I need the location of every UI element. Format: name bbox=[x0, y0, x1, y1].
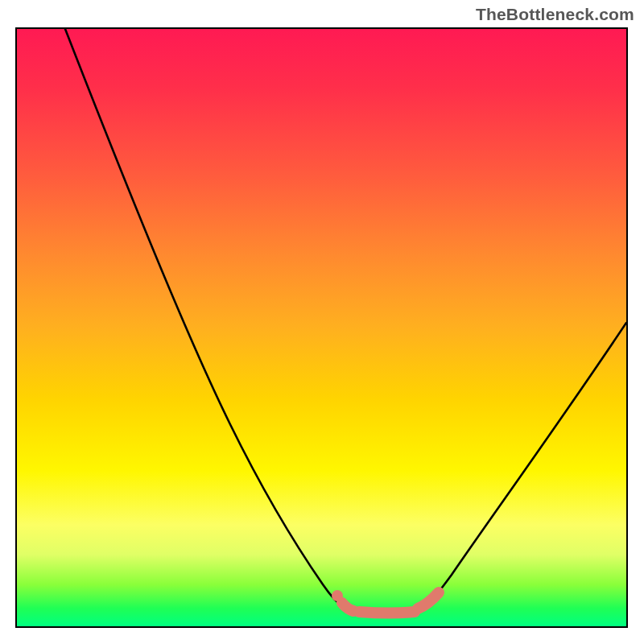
plot-area bbox=[15, 27, 628, 628]
highlight-left bbox=[342, 603, 353, 611]
highlight-right bbox=[418, 592, 439, 609]
highlight-bottom bbox=[359, 612, 415, 613]
watermark-text: TheBottleneck.com bbox=[476, 5, 634, 24]
highlight-dot bbox=[332, 590, 343, 601]
bottleneck-curve bbox=[17, 29, 626, 626]
chart-frame: TheBottleneck.com bbox=[0, 0, 644, 644]
curve-path bbox=[65, 29, 626, 610]
